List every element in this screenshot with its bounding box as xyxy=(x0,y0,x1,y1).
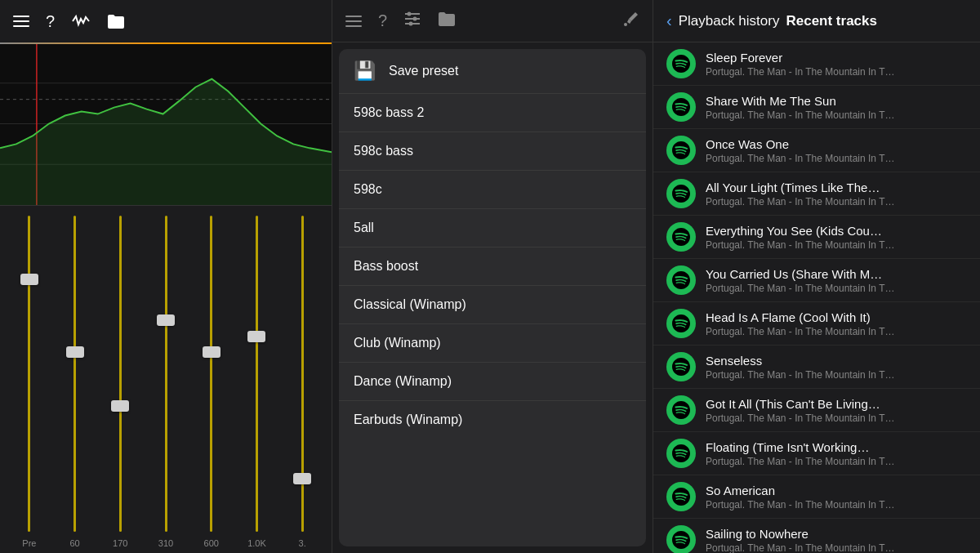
preset-item-5[interactable]: Classical (Winamp) xyxy=(339,286,646,324)
slider-pre-track[interactable] xyxy=(28,216,30,532)
eq-toolbar: ? xyxy=(0,0,332,42)
slider-60 xyxy=(52,216,98,532)
slider-1k-thumb[interactable] xyxy=(247,331,265,342)
track-item-11[interactable]: Sailing to Nowhere Portugal. The Man - I… xyxy=(653,519,980,553)
track-item-6[interactable]: Head Is A Flame (Cool With It) Portugal.… xyxy=(653,302,980,346)
track-info-4: Everything You See (Kids Cou… Portugal. … xyxy=(706,224,967,251)
track-info-8: Got It All (This Can't Be Living… Portug… xyxy=(706,397,967,424)
track-info-1: Share With Me The Sun Portugal. The Man … xyxy=(706,94,967,121)
track-item-1[interactable]: Share With Me The Sun Portugal. The Man … xyxy=(653,86,980,129)
history-title-bold: Recent tracks xyxy=(786,13,877,29)
label-600: 600 xyxy=(189,538,234,548)
slider-3k xyxy=(279,216,325,532)
track-item-7[interactable]: Senseless Portugal. The Man - In The Mou… xyxy=(653,346,980,389)
track-name-9: Floating (Time Isn't Working… xyxy=(706,440,967,454)
eq-menu-button[interactable] xyxy=(13,16,29,27)
preset-item-3[interactable]: 5all xyxy=(339,209,646,248)
eq-activity-button[interactable] xyxy=(71,13,91,29)
spotify-icon-11 xyxy=(666,525,696,553)
preset-item-8[interactable]: Earbuds (Winamp) xyxy=(339,401,646,439)
track-info-2: Once Was One Portugal. The Man - In The … xyxy=(706,137,967,164)
presets-help-button[interactable]: ? xyxy=(378,11,387,30)
track-name-10: So American xyxy=(706,484,967,497)
slider-pre xyxy=(7,216,52,532)
track-artist-8: Portugal. The Man - In The Mountain In T… xyxy=(706,413,967,424)
slider-310 xyxy=(143,216,189,532)
spotify-icon-4 xyxy=(666,222,696,252)
slider-310-thumb[interactable] xyxy=(157,314,175,326)
presets-list: 💾 Save preset 598c bass 2 598c bass 598c… xyxy=(339,49,646,546)
slider-3k-thumb[interactable] xyxy=(293,473,311,484)
preset-item-4[interactable]: Bass boost xyxy=(339,248,646,286)
slider-600 xyxy=(189,216,234,532)
spotify-icon-10 xyxy=(666,482,696,511)
slider-60-track[interactable] xyxy=(74,216,76,532)
spotify-icon-3 xyxy=(666,179,696,208)
svg-point-12 xyxy=(624,23,627,26)
track-artist-3: Portugal. The Man - In The Mountain In T… xyxy=(706,196,967,207)
track-item-4[interactable]: Everything You See (Kids Cou… Portugal. … xyxy=(653,216,980,259)
preset-item-1[interactable]: 598c bass xyxy=(339,132,646,171)
save-preset-label: Save preset xyxy=(389,64,458,78)
label-170: 170 xyxy=(97,538,143,548)
preset-item-7[interactable]: Dance (Winamp) xyxy=(339,363,646,401)
spotify-icon-1 xyxy=(666,92,696,122)
track-name-2: Once Was One xyxy=(706,137,967,151)
eq-graph xyxy=(0,42,332,206)
track-item-0[interactable]: Sleep Forever Portugal. The Man - In The… xyxy=(653,42,980,86)
slider-600-track[interactable] xyxy=(210,216,212,532)
save-preset-button[interactable]: 💾 Save preset xyxy=(339,49,646,94)
slider-600-thumb[interactable] xyxy=(203,346,220,358)
slider-1k xyxy=(234,216,280,532)
label-310: 310 xyxy=(143,538,189,548)
track-item-8[interactable]: Got It All (This Can't Be Living… Portug… xyxy=(653,389,980,432)
presets-sliders-button[interactable] xyxy=(403,11,421,31)
history-panel: ‹ Playback history Recent tracks Sleep F… xyxy=(653,0,980,553)
track-info-3: All Your Light (Times Like The… Portugal… xyxy=(706,181,967,207)
track-item-2[interactable]: Once Was One Portugal. The Man - In The … xyxy=(653,129,980,172)
track-item-3[interactable]: All Your Light (Times Like The… Portugal… xyxy=(653,172,980,216)
track-info-9: Floating (Time Isn't Working… Portugal. … xyxy=(706,440,967,467)
svg-marker-5 xyxy=(0,79,332,205)
eq-sliders-container xyxy=(7,206,325,535)
preset-item-2[interactable]: 598c xyxy=(339,171,646,209)
track-item-9[interactable]: Floating (Time Isn't Working… Portugal. … xyxy=(653,432,980,475)
spotify-icon-7 xyxy=(666,352,696,381)
slider-60-thumb[interactable] xyxy=(66,346,84,358)
track-info-10: So American Portugal. The Man - In The M… xyxy=(706,484,967,511)
eq-sliders-area: Pre 60 170 310 600 1.0K 3. xyxy=(0,206,332,553)
presets-toolbar: ? xyxy=(332,0,653,42)
preset-item-6[interactable]: Club (Winamp) xyxy=(339,324,646,363)
track-artist-7: Portugal. The Man - In The Mountain In T… xyxy=(706,369,967,381)
presets-panel: ? 💾 Save pres xyxy=(332,0,653,553)
slider-170-track[interactable] xyxy=(119,216,122,532)
track-info-5: You Carried Us (Share With M… Portugal. … xyxy=(706,267,967,294)
eq-help-button[interactable]: ? xyxy=(46,12,55,31)
track-artist-1: Portugal. The Man - In The Mountain In T… xyxy=(706,109,967,121)
slider-310-track[interactable] xyxy=(165,216,167,532)
slider-1k-track[interactable] xyxy=(256,216,258,532)
preset-item-0[interactable]: 598c bass 2 xyxy=(339,94,646,132)
eq-panel: ? xyxy=(0,0,332,553)
track-name-7: Senseless xyxy=(706,354,967,368)
track-artist-2: Portugal. The Man - In The Mountain In T… xyxy=(706,153,967,164)
history-title-regular: Playback history xyxy=(679,13,780,29)
slider-170 xyxy=(97,216,143,532)
svg-point-10 xyxy=(413,17,417,21)
presets-folder-button[interactable] xyxy=(438,11,456,30)
track-name-6: Head Is A Flame (Cool With It) xyxy=(706,310,967,324)
slider-170-thumb[interactable] xyxy=(111,400,129,412)
label-60: 60 xyxy=(52,538,98,548)
presets-tools-button[interactable] xyxy=(623,11,639,31)
eq-folder-button[interactable] xyxy=(107,14,125,29)
back-button[interactable]: ‹ xyxy=(666,11,672,30)
track-item-5[interactable]: You Carried Us (Share With M… Portugal. … xyxy=(653,259,980,302)
spotify-icon-6 xyxy=(666,309,696,338)
history-header: ‹ Playback history Recent tracks xyxy=(653,0,980,42)
track-info-6: Head Is A Flame (Cool With It) Portugal.… xyxy=(706,310,967,337)
track-item-10[interactable]: So American Portugal. The Man - In The M… xyxy=(653,475,980,519)
slider-pre-thumb[interactable] xyxy=(20,274,38,285)
slider-3k-track[interactable] xyxy=(301,216,304,532)
presets-menu-button[interactable] xyxy=(345,16,362,27)
track-artist-5: Portugal. The Man - In The Mountain In T… xyxy=(706,283,967,294)
